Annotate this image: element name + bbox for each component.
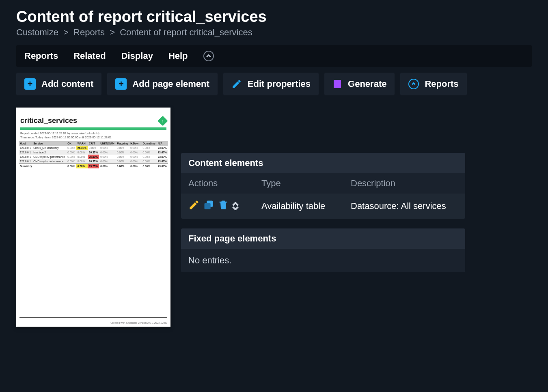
plus-icon: + — [115, 78, 127, 90]
breadcrumb-item: Content of report critical_services — [120, 27, 252, 37]
preview-divider — [20, 127, 166, 130]
preview-footer: Created with Checkmk Version 2.0.0-2022.… — [110, 321, 167, 324]
report-preview: critical_services Report created 2022-05… — [16, 108, 170, 327]
breadcrumb: Customize > Reports > Content of report … — [16, 27, 532, 38]
reorder-icon[interactable] — [232, 202, 239, 210]
preview-table: HostServiceOKWARNCRITUNKNOWNFlappingH.Do… — [19, 141, 168, 168]
svg-rect-3 — [339, 85, 339, 86]
col-header: Actions — [188, 178, 261, 189]
content-element-row: Availability table Datasource: All servi… — [181, 194, 465, 219]
plus-icon: + — [24, 78, 36, 90]
panel-column-headers: Actions Type Description — [181, 173, 465, 194]
preview-meta: Timerange: Today - from 2022-05-12 00:00… — [19, 136, 168, 140]
edit-icon[interactable] — [188, 199, 200, 213]
panel-header: Content elements — [181, 153, 465, 173]
col-header: Description — [351, 178, 458, 189]
generate-button[interactable]: Generate — [324, 73, 395, 95]
up-arrow-circle-icon — [408, 79, 419, 89]
page-title: Content of report critical_services — [16, 8, 532, 26]
checkmk-logo-icon — [157, 116, 168, 126]
add-content-button[interactable]: + Add content — [16, 73, 101, 95]
menu-reports[interactable]: Reports — [24, 51, 58, 61]
edit-properties-button[interactable]: Edit properties — [223, 73, 319, 95]
button-label: Reports — [425, 79, 458, 89]
collapse-toggle[interactable] — [203, 51, 214, 61]
button-label: Edit properties — [248, 79, 311, 89]
toolbar: + Add content + Add page element Edit pr… — [16, 73, 532, 95]
svg-rect-2 — [337, 83, 338, 86]
fixed-page-elements-panel: Fixed page elements No entries. — [181, 228, 465, 272]
reports-button[interactable]: Reports — [400, 73, 466, 95]
svg-rect-5 — [205, 203, 211, 209]
button-label: Add page element — [132, 79, 209, 89]
report-icon — [332, 79, 342, 89]
button-label: Add content — [41, 79, 93, 89]
preview-meta: Report created 2022-05-12 11:28:02 by cm… — [19, 131, 168, 136]
add-page-element-button[interactable]: + Add page element — [107, 73, 217, 95]
button-label: Generate — [348, 79, 386, 89]
content-type: Availability table — [261, 201, 351, 211]
content-elements-panel: Content elements Actions Type Descriptio… — [181, 153, 465, 219]
svg-rect-1 — [335, 84, 336, 86]
menubar: Reports Related Display Help — [16, 45, 532, 67]
pencil-icon — [231, 79, 242, 89]
menu-related[interactable]: Related — [73, 51, 106, 61]
menu-display[interactable]: Display — [121, 51, 153, 61]
empty-message: No entries. — [181, 249, 465, 272]
panel-header: Fixed page elements — [181, 228, 465, 249]
breadcrumb-item[interactable]: Customize — [16, 27, 58, 37]
menu-help[interactable]: Help — [168, 51, 188, 61]
clone-icon[interactable] — [203, 199, 214, 213]
col-header: Type — [261, 178, 351, 189]
preview-title: critical_services — [20, 116, 77, 125]
chevron-up-icon — [206, 54, 211, 58]
delete-icon[interactable] — [218, 199, 229, 213]
content-desc: Datasource: All services — [351, 201, 458, 211]
breadcrumb-item[interactable]: Reports — [73, 27, 105, 37]
